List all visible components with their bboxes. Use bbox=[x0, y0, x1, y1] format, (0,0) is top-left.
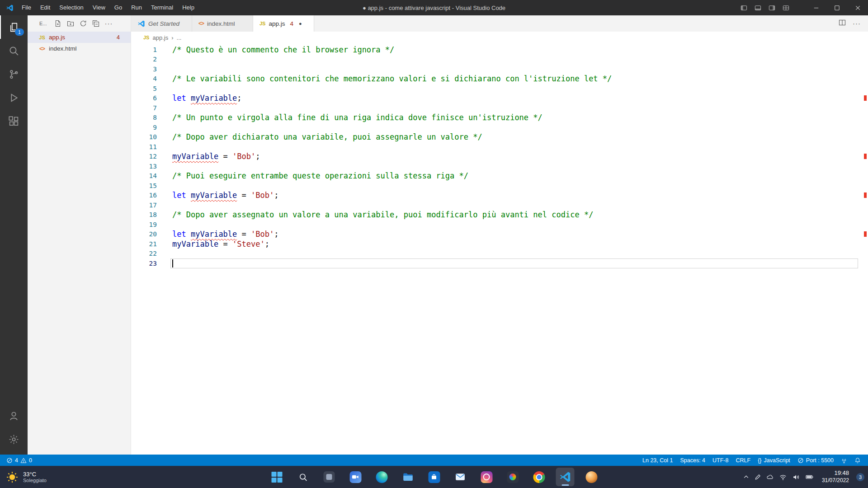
code-line-9[interactable]: 9 bbox=[131, 122, 868, 132]
code-line-7[interactable]: 7 bbox=[131, 103, 868, 113]
activity-source-control-icon[interactable] bbox=[0, 62, 28, 86]
code-editor[interactable]: 1/* Questo è un commento che il browser … bbox=[131, 43, 868, 455]
code-line-17[interactable]: 17 bbox=[131, 200, 868, 210]
code-line-1[interactable]: 1/* Questo è un commento che il browser … bbox=[131, 45, 868, 55]
search-icon[interactable] bbox=[294, 468, 312, 486]
code-line-10[interactable]: 10/* Dopo aver dichiarato una variabile,… bbox=[131, 132, 868, 142]
code-token bbox=[186, 94, 191, 103]
code-line-20[interactable]: 20let myVariable = 'Bob'; bbox=[131, 230, 868, 239]
wifi-icon[interactable] bbox=[779, 473, 787, 481]
maximize-button[interactable] bbox=[826, 0, 847, 15]
notification-count-badge[interactable]: 3 bbox=[856, 473, 864, 481]
activity-run-and-debug-icon[interactable] bbox=[0, 86, 28, 109]
menu-edit[interactable]: Edit bbox=[36, 0, 55, 15]
refresh-icon[interactable] bbox=[80, 20, 87, 27]
status-notifications[interactable] bbox=[851, 455, 864, 466]
overview-ruler[interactable] bbox=[859, 43, 868, 455]
code-line-19[interactable]: 19 bbox=[131, 220, 868, 230]
code-line-11[interactable]: 11 bbox=[131, 142, 868, 152]
start-icon[interactable] bbox=[268, 468, 286, 486]
edge-icon[interactable] bbox=[373, 468, 391, 486]
code-line-15[interactable]: 15 bbox=[131, 181, 868, 191]
minimize-button[interactable] bbox=[806, 0, 826, 15]
code-line-14[interactable]: 14/* Puoi eseguire entrambe queste opera… bbox=[131, 171, 868, 181]
layout-grid-icon[interactable] bbox=[779, 0, 793, 15]
status-encoding[interactable]: UTF-8 bbox=[709, 455, 732, 466]
status-indentation[interactable]: Spaces: 4 bbox=[676, 455, 709, 466]
chrome-icon[interactable] bbox=[530, 468, 548, 486]
battery-icon[interactable] bbox=[805, 473, 814, 481]
file-row-app.js[interactable]: JSapp.js4 bbox=[28, 32, 131, 43]
vscode-icon[interactable] bbox=[556, 468, 575, 486]
split-editor-icon[interactable] bbox=[839, 19, 846, 28]
close-button[interactable] bbox=[847, 0, 868, 15]
errors-icon bbox=[6, 457, 13, 464]
problems-indicator[interactable]: 4 0 bbox=[3, 455, 36, 466]
code-line-2[interactable]: 2 bbox=[131, 55, 868, 65]
code-line-12[interactable]: 12myVariable = 'Bob'; bbox=[131, 152, 868, 162]
code-line-3[interactable]: 3 bbox=[131, 64, 868, 74]
cloud-icon[interactable] bbox=[766, 473, 774, 481]
status-live-server-port[interactable]: Port : 5500 bbox=[794, 455, 837, 466]
activity-extensions-icon[interactable] bbox=[0, 109, 28, 133]
code-line-22[interactable]: 22 bbox=[131, 249, 868, 259]
breadcrumb-symbol[interactable]: ... bbox=[177, 34, 182, 41]
weather-widget[interactable]: 33°C Soleggiato bbox=[5, 466, 47, 488]
activity-manage-icon[interactable] bbox=[0, 427, 28, 451]
activity-accounts-icon[interactable] bbox=[0, 404, 28, 427]
layout-sidebar-right-icon[interactable] bbox=[765, 0, 779, 15]
status-language-mode[interactable]: {}JavaScript bbox=[754, 455, 794, 466]
dirty-indicator-icon[interactable]: ● bbox=[299, 21, 302, 26]
collapse-all-icon[interactable] bbox=[92, 20, 99, 27]
file-row-index.html[interactable]: <>index.html bbox=[28, 43, 131, 54]
code-token: myVariable bbox=[172, 152, 218, 161]
activity-search-icon[interactable] bbox=[0, 39, 28, 62]
code-line-21[interactable]: 21myVariable = 'Steve'; bbox=[131, 239, 868, 249]
tab-index.html[interactable]: <>index.html bbox=[192, 15, 253, 32]
menu-selection[interactable]: Selection bbox=[55, 0, 88, 15]
clock[interactable]: 19:48 31/07/2022 bbox=[822, 469, 849, 484]
code-token: myVariable bbox=[191, 230, 237, 239]
status-cursor-position[interactable]: Ln 23, Col 1 bbox=[639, 455, 676, 466]
status-eol[interactable]: CRLF bbox=[732, 455, 754, 466]
editor-group: Get Started<>index.htmlJSapp.js4● ··· JS… bbox=[131, 15, 868, 455]
tab-app.js[interactable]: JSapp.js4● bbox=[253, 15, 314, 32]
menu-file[interactable]: File bbox=[17, 0, 36, 15]
layout-sidebar-left-icon[interactable] bbox=[737, 0, 751, 15]
tab-get-started[interactable]: Get Started bbox=[131, 15, 192, 32]
more-icon[interactable]: ··· bbox=[105, 21, 113, 26]
menu-run[interactable]: Run bbox=[127, 0, 146, 15]
menu-go[interactable]: Go bbox=[110, 0, 127, 15]
file-problems-badge: 4 bbox=[117, 34, 131, 41]
photos-icon[interactable] bbox=[504, 468, 522, 486]
chevron-up-icon[interactable] bbox=[743, 474, 750, 480]
store-icon[interactable] bbox=[425, 468, 443, 486]
line-content: /* Dopo aver assegnato un valore a una v… bbox=[157, 210, 593, 219]
code-line-5[interactable]: 5 bbox=[131, 84, 868, 94]
new-file-icon[interactable] bbox=[54, 20, 61, 27]
app-orange-icon[interactable] bbox=[582, 468, 601, 486]
code-line-18[interactable]: 18/* Dopo aver assegnato un valore a una… bbox=[131, 210, 868, 220]
file-explorer-icon[interactable] bbox=[399, 468, 417, 486]
mail-icon[interactable] bbox=[451, 468, 470, 486]
menu-help[interactable]: Help bbox=[178, 0, 199, 15]
code-line-16[interactable]: 16let myVariable = 'Bob'; bbox=[131, 191, 868, 201]
chat-icon[interactable] bbox=[346, 468, 365, 486]
new-folder-icon[interactable] bbox=[67, 20, 74, 27]
breadcrumb-file[interactable]: app.js bbox=[152, 34, 168, 41]
more-icon[interactable]: ··· bbox=[853, 19, 861, 28]
code-line-4[interactable]: 4/* Le variabili sono contenitori che me… bbox=[131, 74, 868, 84]
code-line-8[interactable]: 8/* Un punto e virgola alla fine di una … bbox=[131, 113, 868, 123]
activity-explorer-icon[interactable]: 1 bbox=[0, 15, 28, 39]
layout-panel-icon[interactable] bbox=[751, 0, 765, 15]
status-ports[interactable] bbox=[837, 455, 851, 466]
menu-terminal[interactable]: Terminal bbox=[146, 0, 178, 15]
pen-icon[interactable] bbox=[755, 474, 761, 480]
code-line-6[interactable]: 6let myVariable; bbox=[131, 94, 868, 103]
task-view-icon[interactable] bbox=[320, 468, 339, 486]
status-label: JavaScript bbox=[764, 457, 790, 464]
menu-view[interactable]: View bbox=[88, 0, 110, 15]
instagram-icon[interactable] bbox=[477, 468, 496, 486]
volume-icon[interactable] bbox=[792, 473, 800, 481]
code-line-13[interactable]: 13 bbox=[131, 161, 868, 171]
